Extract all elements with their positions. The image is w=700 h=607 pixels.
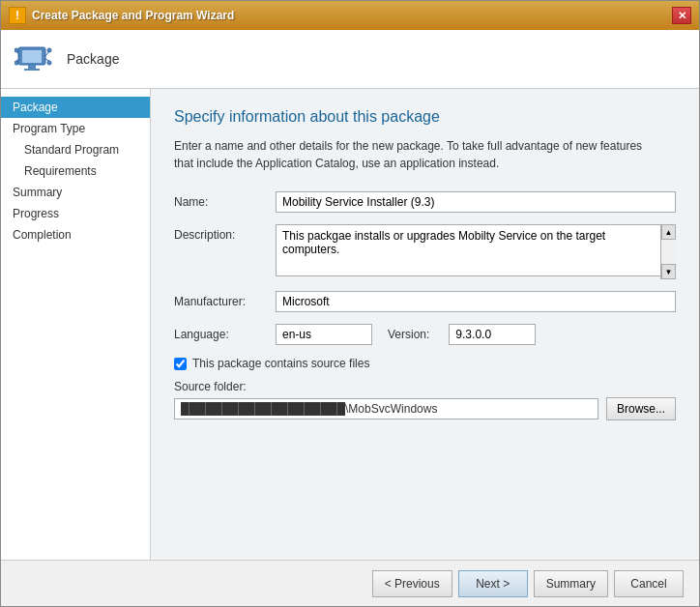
svg-point-9	[15, 61, 18, 65]
version-label: Version:	[388, 328, 429, 341]
sidebar-item-standard-program[interactable]: Standard Program	[1, 139, 150, 160]
previous-button[interactable]: < Previous	[372, 570, 452, 597]
name-input[interactable]	[276, 191, 676, 213]
description-label: Description:	[174, 224, 276, 242]
package-icon	[15, 40, 53, 78]
header-bar: Package	[1, 30, 699, 89]
sidebar-item-program-type[interactable]: Program Type	[1, 118, 150, 139]
name-label: Name:	[174, 191, 276, 209]
sidebar-item-completion[interactable]: Completion	[1, 224, 150, 246]
name-row: Name:	[174, 191, 676, 213]
wizard-window: ! Create Package and Program Wizard ✕	[0, 0, 700, 607]
description-input[interactable]: This packgae installs or upgrades Mobilt…	[276, 224, 676, 276]
scroll-track	[661, 240, 676, 264]
scroll-down-btn[interactable]: ▼	[661, 264, 676, 279]
description-text: Enter a name and other details for the n…	[174, 137, 657, 172]
svg-point-13	[47, 61, 51, 65]
source-folder-input[interactable]	[174, 398, 598, 419]
window-icon: !	[9, 7, 26, 24]
close-button[interactable]: ✕	[672, 7, 691, 24]
sidebar: Package Program Type Standard Program Re…	[1, 89, 151, 560]
description-wrapper: This packgae installs or upgrades Mobilt…	[276, 224, 676, 279]
language-version-inputs: Version:	[276, 324, 536, 345]
manufacturer-label: Manufacturer:	[174, 291, 276, 308]
folder-section: Source folder: Browse...	[174, 380, 676, 420]
sidebar-item-package[interactable]: Package	[1, 97, 150, 118]
svg-rect-4	[28, 65, 36, 69]
footer: < Previous Next > Summary Cancel	[1, 560, 699, 606]
svg-point-7	[15, 48, 18, 52]
language-label: Language:	[174, 324, 276, 341]
language-input[interactable]	[276, 324, 372, 345]
window-title: Create Package and Program Wizard	[32, 9, 234, 22]
description-scrollbar[interactable]: ▲ ▼	[660, 224, 676, 279]
content-area: Package Program Type Standard Program Re…	[1, 89, 699, 560]
header-title: Package	[67, 51, 119, 67]
sidebar-item-progress[interactable]: Progress	[1, 203, 150, 224]
cancel-button[interactable]: Cancel	[614, 570, 684, 597]
manufacturer-row: Manufacturer:	[174, 291, 676, 312]
summary-button[interactable]: Summary	[534, 570, 608, 597]
manufacturer-input[interactable]	[276, 291, 676, 312]
main-content: Specify information about this package E…	[151, 89, 699, 560]
section-title: Specify information about this package	[174, 108, 676, 126]
sidebar-item-summary[interactable]: Summary	[1, 182, 150, 203]
browse-button[interactable]: Browse...	[606, 397, 676, 420]
svg-text:!: !	[15, 9, 19, 22]
source-folder-label: Source folder:	[174, 380, 676, 393]
source-files-label: This package contains source files	[192, 357, 369, 370]
title-bar: ! Create Package and Program Wizard ✕	[1, 1, 699, 30]
sidebar-item-requirements[interactable]: Requirements	[1, 160, 150, 182]
source-folder-row: Browse...	[174, 397, 676, 420]
scroll-up-btn[interactable]: ▲	[661, 224, 676, 240]
description-row: Description: This packgae installs or up…	[174, 224, 676, 279]
language-version-row: Language: Version:	[174, 324, 676, 345]
svg-rect-3	[22, 50, 42, 63]
source-files-checkbox-row: This package contains source files	[174, 357, 676, 370]
next-button[interactable]: Next >	[458, 570, 528, 597]
svg-rect-5	[24, 69, 40, 71]
source-files-checkbox[interactable]	[174, 358, 187, 370]
version-input[interactable]	[449, 324, 536, 345]
svg-point-11	[47, 48, 51, 52]
title-bar-left: ! Create Package and Program Wizard	[9, 7, 234, 24]
